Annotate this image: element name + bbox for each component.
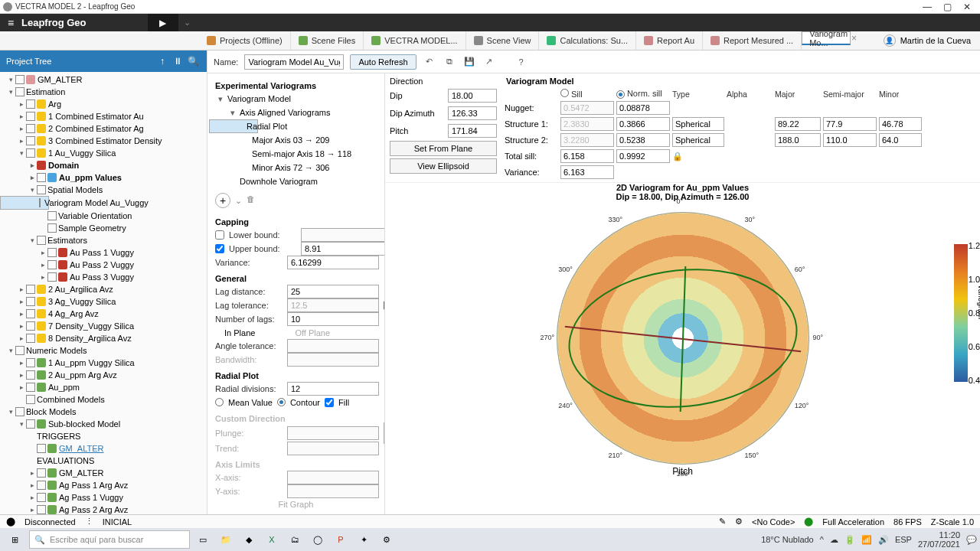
lower-bound-check[interactable] (215, 230, 224, 240)
tree-node[interactable]: ▸4 Ag_Arg Avz (0, 308, 207, 320)
tree-node[interactable]: ▾Block Models (0, 406, 207, 418)
exp-node[interactable]: Downhole Variogram (209, 174, 383, 188)
tree-twisty-icon[interactable]: ▸ (28, 161, 37, 169)
tree-twisty-icon[interactable]: ▸ (17, 285, 26, 293)
tree-twisty-icon[interactable]: ▸ (17, 137, 26, 145)
add-dropdown-icon[interactable]: ⌄ (235, 196, 242, 206)
tab-report-mesured-[interactable]: Report Mesured ... (703, 31, 802, 50)
tree-check[interactable] (47, 211, 57, 220)
tree-check[interactable] (47, 248, 57, 257)
tree-check[interactable] (26, 309, 35, 318)
exp-node[interactable]: ▾Axis Aligned Variograms (209, 106, 383, 119)
auto-refresh-button[interactable]: Auto Refresh (350, 54, 416, 70)
tree-node[interactable]: ▸GM_ALTER (0, 467, 207, 479)
tree-twisty-icon[interactable]: ▸ (17, 112, 26, 120)
project-tree-body[interactable]: ▾GM_ALTER▾Estimation▸Arg▸1 Combined Esti… (0, 72, 207, 514)
tree-pause-icon[interactable]: ⏸ (170, 56, 185, 67)
tree-node[interactable]: ▸3 Ag_Vuggy Silica (0, 295, 207, 308)
tab-variogram-mo-[interactable]: Variogram Mo...× (802, 31, 851, 45)
copy-icon[interactable]: ⧉ (443, 55, 456, 69)
exp-node[interactable]: Semi-major Axis 18 → 118 (209, 147, 383, 161)
folder-icon[interactable]: 🗂 (285, 530, 305, 549)
tree-node[interactable]: TRIGGERS (0, 430, 207, 442)
tree-check[interactable] (26, 124, 35, 133)
app2-icon[interactable]: ✦ (354, 530, 374, 549)
tree-node[interactable]: ▾Sub-blocked Model (0, 418, 207, 430)
tab-report-au[interactable]: Report Au (636, 31, 703, 50)
tree-node[interactable]: ▸Domain (0, 159, 207, 171)
nugget-norm-input[interactable] (616, 101, 670, 115)
tree-node[interactable]: ▸2 Au_Argilica Avz (0, 283, 207, 295)
contour-radio[interactable] (277, 398, 286, 406)
task-view-icon[interactable]: ▭ (193, 530, 213, 549)
chrome-icon[interactable]: ◯ (308, 530, 328, 549)
tree-twisty-icon[interactable]: ▾ (6, 408, 15, 416)
tab-vectra-model-[interactable]: VECTRA MODEL... (364, 31, 466, 50)
mean-radio[interactable] (215, 398, 224, 406)
tree-node[interactable]: ▸Au_ppm Values (0, 171, 207, 184)
dip-input[interactable] (448, 89, 497, 103)
azimuth-input[interactable] (448, 106, 497, 120)
tree-check[interactable] (47, 260, 57, 269)
view-ellipsoid-button[interactable]: View Ellipsoid (390, 158, 497, 174)
taskbar-search[interactable]: 🔍 Escribe aquí para buscar (29, 530, 190, 549)
tree-twisty-icon[interactable]: ▸ (28, 469, 37, 477)
tree-twisty-icon[interactable]: ▸ (28, 494, 37, 501)
tree-search-icon[interactable]: 🔍 (185, 56, 201, 67)
tree-twisty-icon[interactable]: ▾ (28, 236, 37, 244)
tree-node[interactable]: Sample Geometry (0, 222, 207, 234)
s1-norm-input[interactable] (616, 117, 670, 131)
tree-twisty-icon[interactable]: ▸ (28, 174, 37, 181)
tree-twisty-icon[interactable]: ▾ (6, 88, 15, 96)
save-icon[interactable]: 💾 (462, 55, 476, 69)
tab-projects-offline-[interactable]: Projects (Offline) (199, 31, 291, 50)
tree-twisty-icon[interactable]: ▸ (17, 125, 26, 132)
tree-check[interactable] (15, 87, 24, 96)
tree-node[interactable]: ▾1 Au_Vuggy Silica (0, 147, 207, 159)
tree-node[interactable]: Variable Orientation (0, 210, 207, 222)
lag-distance-input[interactable] (287, 285, 379, 298)
tree-twisty-icon[interactable]: ▸ (17, 100, 26, 108)
hamburger-icon[interactable]: ≡ (0, 17, 21, 29)
tree-check[interactable] (26, 383, 35, 392)
tree-twisty-icon[interactable]: ▸ (38, 261, 47, 269)
tree-twisty-icon[interactable]: ▸ (28, 506, 37, 514)
tree-check[interactable] (26, 285, 35, 294)
total-sill-input[interactable] (560, 149, 614, 163)
tree-twisty-icon[interactable]: ▸ (17, 298, 26, 305)
tree-twisty-icon[interactable]: ▸ (17, 371, 26, 379)
maximize-button[interactable]: ▢ (937, 2, 957, 12)
fill-check[interactable] (325, 398, 334, 407)
tree-node[interactable]: ▾Estimation (0, 86, 207, 98)
tree-twisty-icon[interactable]: ▾ (6, 347, 15, 354)
set-from-plane-button[interactable]: Set From Plane (390, 141, 497, 156)
tree-twisty-icon[interactable]: ▸ (17, 383, 26, 391)
radial-divs-input[interactable] (287, 382, 379, 396)
vmodel-variance-input[interactable] (560, 165, 614, 179)
tree-node[interactable]: ▸Au Pass 2 Vuggy (0, 259, 207, 271)
tree-check[interactable] (26, 370, 35, 380)
upper-bound-input[interactable] (301, 242, 385, 256)
tree-check[interactable] (26, 321, 35, 331)
tree-node[interactable]: ▸Au Pass 3 Vuggy (0, 271, 207, 283)
tree-node[interactable]: ▸1 Au_ppm Vuggy Silica (0, 357, 207, 369)
tree-twisty-icon[interactable]: ▸ (28, 481, 37, 489)
exp-node[interactable]: Radial Plot (209, 119, 258, 133)
lock-icon[interactable]: 🔒 (672, 152, 724, 161)
weather-widget[interactable]: 18°C Nublado (761, 535, 814, 544)
tree-node[interactable]: ▾Numeric Models (0, 344, 207, 357)
s1-semi-input[interactable] (823, 117, 877, 131)
name-input[interactable] (244, 54, 344, 70)
start-button[interactable]: ⊞ (3, 530, 26, 549)
exp-node[interactable]: Major Axis 03 → 209 (209, 133, 383, 147)
tree-check[interactable] (37, 185, 46, 194)
exp-node[interactable]: ▾Variogram Model (209, 92, 383, 106)
pitch-input[interactable] (448, 124, 497, 138)
tree-node[interactable]: ▾GM_ALTER (0, 73, 207, 86)
tree-node[interactable]: ▸Au Pass 1 Vuggy (0, 246, 207, 259)
tree-check[interactable] (47, 272, 57, 282)
norm-sill-radio[interactable] (616, 90, 625, 99)
close-button[interactable]: ✕ (957, 2, 977, 12)
powerpoint-icon[interactable]: P (331, 530, 351, 549)
lang-indicator[interactable]: ESP (895, 535, 912, 544)
